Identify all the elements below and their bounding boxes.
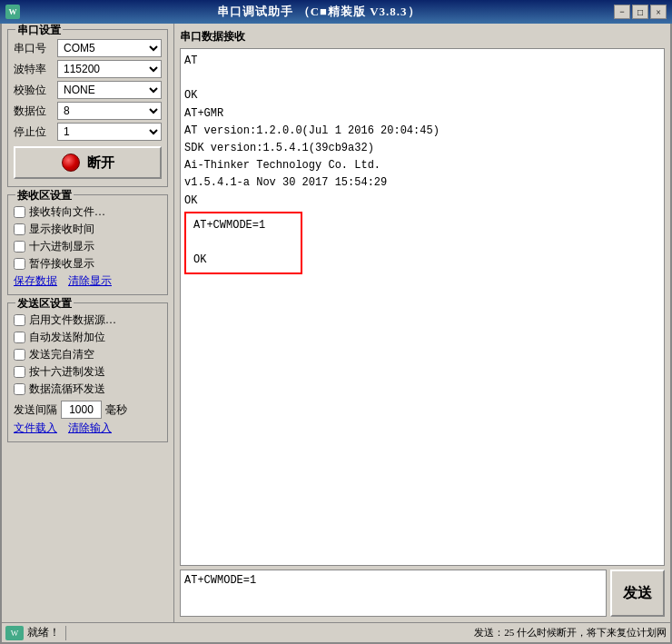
recv-highlight-block: AT+CWMODE=1 OK <box>184 212 660 275</box>
port-label: 串口号 <box>14 41 54 56</box>
parity-select-wrapper: NONE <box>57 81 162 99</box>
recv-line-7: Ai-Thinker Technology Co. Ltd. <box>184 157 660 174</box>
recv-cb1-label: 接收转向文件… <box>29 204 105 220</box>
disconnect-button[interactable]: 断开 <box>14 146 162 179</box>
databits-row: 数据位 8 <box>14 102 162 120</box>
status-bar: W 就绪！ 发送：25 什么时候断开，将下来复位计划网 <box>2 622 670 642</box>
send-cb2[interactable] <box>14 332 25 343</box>
databits-label: 数据位 <box>14 104 54 119</box>
recv-line-3: OK <box>184 87 660 104</box>
file-load-link[interactable]: 文件载入 <box>14 421 57 436</box>
recv-highlight-line-1: AT+CWMODE=1 <box>193 217 293 234</box>
port-row: 串口号 COM5 <box>14 39 162 57</box>
recv-highlight-line-2 <box>193 234 293 252</box>
stopbits-label: 停止位 <box>14 124 54 140</box>
send-interval-row: 发送间隔 毫秒 <box>14 401 162 419</box>
recv-line-2 <box>184 70 660 87</box>
recv-cb4-label: 暂停接收显示 <box>29 256 94 272</box>
highlighted-commands: AT+CWMODE=1 OK <box>184 212 302 275</box>
recv-link-row: 保存数据 清除显示 <box>14 273 162 289</box>
status-right-text: 发送：25 什么时候断开，将下来复位计划网 <box>474 626 667 639</box>
content-area: 串口设置 串口号 COM5 波特率 115200 <box>2 24 670 622</box>
title-bar: W 串口调试助手 （C■精装版 V3.8.3） － □ × <box>0 0 672 24</box>
databits-select[interactable]: 8 <box>57 102 162 120</box>
send-settings-group: 发送区设置 启用文件数据源… 自动发送附加位 发送完自清空 按十六进制发送 <box>7 302 168 442</box>
main-window: 串口设置 串口号 COM5 波特率 115200 <box>0 24 672 644</box>
right-panel: 串口数据接收 AT OK AT+GMR AT version:1.2.0.0(J… <box>174 24 670 622</box>
baud-row: 波特率 115200 <box>14 60 162 78</box>
send-cb1-label: 启用文件数据源… <box>29 312 116 328</box>
stopbits-select-wrapper: 1 <box>57 123 162 141</box>
recv-cb3-row: 十六进制显示 <box>14 239 162 254</box>
parity-row: 校验位 NONE <box>14 81 162 99</box>
disconnect-label: 断开 <box>87 154 114 172</box>
recv-cb2-label: 显示接收时间 <box>29 222 94 237</box>
title-bar-buttons: － □ × <box>614 5 667 19</box>
baud-select[interactable]: 115200 <box>57 60 162 78</box>
recv-line-1: AT <box>184 53 660 70</box>
serial-settings-group: 串口设置 串口号 COM5 波特率 115200 <box>7 29 168 187</box>
recv-line-6: SDK version:1.5.4.1(39cb9a32) <box>184 140 660 157</box>
receive-area-label: 串口数据接收 <box>180 29 665 45</box>
recv-settings-title: 接收区设置 <box>15 188 74 203</box>
recv-cb4[interactable] <box>14 258 25 270</box>
maximize-button[interactable]: □ <box>632 5 648 19</box>
app-icon: W <box>5 5 20 19</box>
minimize-button[interactable]: － <box>614 5 630 19</box>
recv-line-8: v1.5.4.1-a Nov 30 2017 15:54:29 <box>184 174 660 192</box>
send-cb5-row: 数据流循环发送 <box>14 381 162 397</box>
interval-input[interactable] <box>61 401 102 419</box>
stopbits-row: 停止位 1 <box>14 123 162 141</box>
send-cb2-row: 自动发送附加位 <box>14 330 162 345</box>
close-button[interactable]: × <box>650 5 667 19</box>
send-cb5[interactable] <box>14 383 25 395</box>
status-ready-text: 就绪！ <box>27 625 60 640</box>
send-cb1[interactable] <box>14 314 25 326</box>
port-select[interactable]: COM5 <box>57 39 162 57</box>
databits-select-wrapper: 8 <box>57 102 162 120</box>
recv-cb3[interactable] <box>14 241 25 253</box>
left-panel: 串口设置 串口号 COM5 波特率 115200 <box>2 24 174 622</box>
send-settings-title: 发送区设置 <box>15 296 74 312</box>
send-input[interactable]: AT+CWMODE=1 <box>180 570 607 617</box>
send-cb1-row: 启用文件数据源… <box>14 312 162 328</box>
recv-line-9: OK <box>184 193 660 210</box>
interval-label: 发送间隔 <box>14 402 57 418</box>
recv-line-4: AT+GMR <box>184 105 660 123</box>
recv-cb2[interactable] <box>14 223 25 235</box>
port-select-wrapper: COM5 <box>57 39 162 57</box>
receive-area: AT OK AT+GMR AT version:1.2.0.0(Jul 1 20… <box>180 48 665 566</box>
recv-cb1-row: 接收转向文件… <box>14 204 162 220</box>
recv-line-5: AT version:1.2.0.0(Jul 1 2016 20:04:45) <box>184 123 660 140</box>
recv-cb2-row: 显示接收时间 <box>14 222 162 237</box>
send-cb4-row: 按十六进制发送 <box>14 364 162 380</box>
title-bar-text: 串口调试助手 （C■精装版 V3.8.3） <box>24 4 614 20</box>
status-icon: W <box>5 626 24 640</box>
interval-unit: 毫秒 <box>105 402 127 418</box>
send-cb3-label: 发送完自清空 <box>29 347 94 362</box>
recv-cb1[interactable] <box>14 206 25 218</box>
baud-select-wrapper: 115200 <box>57 60 162 78</box>
red-indicator <box>62 154 80 172</box>
parity-select[interactable]: NONE <box>57 81 162 99</box>
send-cb3[interactable] <box>14 349 25 361</box>
send-cb5-label: 数据流循环发送 <box>29 381 105 397</box>
send-area: AT+CWMODE=1 发送 <box>180 570 665 617</box>
clear-display-link[interactable]: 清除显示 <box>68 273 112 289</box>
send-cb4[interactable] <box>14 366 25 378</box>
status-divider <box>65 626 66 640</box>
save-data-link[interactable]: 保存数据 <box>14 273 57 289</box>
send-cb2-label: 自动发送附加位 <box>29 330 105 345</box>
recv-cb4-row: 暂停接收显示 <box>14 256 162 272</box>
send-button[interactable]: 发送 <box>610 570 665 617</box>
recv-cb3-label: 十六进制显示 <box>29 239 94 254</box>
parity-label: 校验位 <box>14 83 54 98</box>
baud-label: 波特率 <box>14 62 54 77</box>
clear-input-link[interactable]: 清除输入 <box>68 421 112 436</box>
recv-highlight-line-3: OK <box>193 252 293 269</box>
recv-settings-group: 接收区设置 接收转向文件… 显示接收时间 十六进制显示 暂停接收显示 <box>7 194 168 295</box>
stopbits-select[interactable]: 1 <box>57 123 162 141</box>
serial-settings-title: 串口设置 <box>15 24 63 38</box>
send-cb4-label: 按十六进制发送 <box>29 364 105 380</box>
send-cb3-row: 发送完自清空 <box>14 347 162 362</box>
